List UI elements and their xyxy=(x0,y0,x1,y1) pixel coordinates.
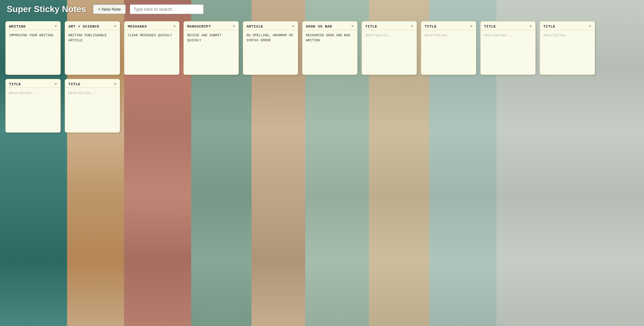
note-body: Revise and submit quickly xyxy=(184,30,238,46)
note-close-icon[interactable]: × xyxy=(291,24,295,29)
notes-board: Writing×Improving your writingArt + Scie… xyxy=(0,18,644,135)
app-title: Super Sticky Notes xyxy=(7,4,86,14)
note-header: Title× xyxy=(481,21,535,30)
note-header: Art + Science× xyxy=(65,21,120,30)
note-close-icon[interactable]: × xyxy=(113,82,117,86)
note-card: Writing×Improving your writing xyxy=(5,21,61,75)
note-card: Title×Description... xyxy=(480,21,536,75)
note-close-icon[interactable]: × xyxy=(54,24,58,29)
new-note-button[interactable]: + New Note xyxy=(93,4,126,14)
note-header: Messages× xyxy=(124,21,179,30)
note-close-icon[interactable]: × xyxy=(529,24,533,29)
note-body: Writing publishable article xyxy=(65,30,120,46)
note-header: Good vs Bad× xyxy=(303,21,357,30)
note-header: Title× xyxy=(421,21,476,30)
note-close-icon[interactable]: × xyxy=(469,24,473,29)
note-body: Description... xyxy=(540,30,595,41)
note-header: Title× xyxy=(6,79,60,88)
note-title: Writing xyxy=(9,25,26,29)
note-body: Description... xyxy=(481,30,535,41)
note-title: Article xyxy=(247,25,263,29)
note-card: Title×Description... xyxy=(540,21,595,75)
note-close-icon[interactable]: × xyxy=(172,24,176,29)
header: Super Sticky Notes + New Note xyxy=(0,0,644,18)
note-header: Article× xyxy=(243,21,298,30)
note-close-icon[interactable]: × xyxy=(54,82,58,86)
note-card: Messages×Clear messages quickly xyxy=(124,21,179,75)
note-body: Description... xyxy=(65,88,120,98)
note-card: Manuscript×Revise and submit quickly xyxy=(183,21,239,75)
note-body: Description... xyxy=(362,30,417,41)
note-body: No spelling, grammar or syntax error xyxy=(243,30,298,46)
note-close-icon[interactable]: × xyxy=(410,24,414,29)
note-body: Clear messages quickly xyxy=(124,30,179,41)
note-title: Title xyxy=(484,25,496,29)
note-card: Art + Science×Writing publishable articl… xyxy=(65,21,120,75)
note-title: Title xyxy=(9,82,21,86)
note-card: Title×Description... xyxy=(5,79,61,133)
note-header: Manuscript× xyxy=(184,21,238,30)
note-close-icon[interactable]: × xyxy=(588,24,592,29)
note-header: Writing× xyxy=(6,21,60,30)
note-close-icon[interactable]: × xyxy=(113,24,117,29)
note-card: Title×Description... xyxy=(421,21,476,75)
note-title: Manuscript xyxy=(187,25,211,29)
note-card: Title×Description... xyxy=(65,79,120,133)
note-title: Title xyxy=(543,25,555,29)
note-header: Title× xyxy=(362,21,417,30)
note-header: Title× xyxy=(540,21,595,30)
note-title: Good vs Bad xyxy=(306,25,332,29)
note-title: Art + Science xyxy=(68,25,99,29)
note-header: Title× xyxy=(65,79,120,88)
note-title: Title xyxy=(425,25,437,29)
note-body: Description... xyxy=(421,30,476,41)
note-card: Good vs Bad×Recognise good and bad writi… xyxy=(302,21,358,75)
note-body: Description... xyxy=(6,88,60,98)
note-card: Title×Description... xyxy=(362,21,417,75)
note-body: Improving your writing xyxy=(6,30,60,41)
note-close-icon[interactable]: × xyxy=(351,24,355,29)
search-input[interactable] xyxy=(130,4,204,14)
note-body: Recognise good and bad writing xyxy=(303,30,357,46)
note-title: Messages xyxy=(128,25,147,29)
note-card: Article×No spelling, grammar or syntax e… xyxy=(243,21,298,75)
note-close-icon[interactable]: × xyxy=(232,24,236,29)
note-title: Title xyxy=(365,25,377,29)
note-title: Title xyxy=(68,82,80,86)
